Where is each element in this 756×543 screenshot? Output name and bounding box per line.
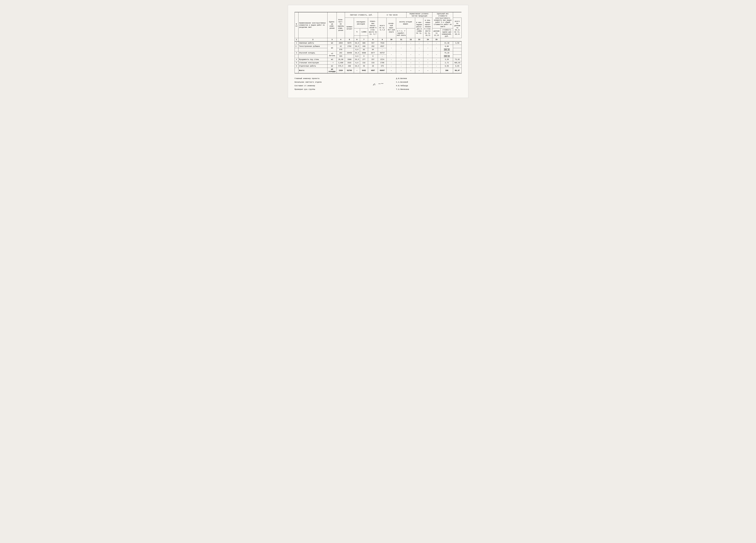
table-cell: Фундаменты под стены [298, 58, 327, 61]
table-cell: I33 [368, 61, 378, 65]
data-row-6: 6Отделочные работым2576,5298I6,54928375–… [295, 65, 461, 68]
coln-12: I2 [406, 38, 415, 42]
table-cell: Всего: [298, 68, 327, 73]
table-cell: 8,6 [354, 61, 360, 65]
table-cell: – [415, 68, 423, 73]
table-cell [345, 55, 354, 58]
table-cell: – [406, 65, 415, 68]
table-cell: – [432, 41, 441, 45]
table-cell: 557 [368, 41, 378, 45]
table-cell: – [415, 41, 423, 45]
table-cell: – [387, 65, 396, 68]
table-cell: 42 [337, 45, 345, 48]
hdr-num: №пп [295, 12, 298, 38]
table-cell: – [406, 51, 415, 58]
table-cell: – [354, 68, 360, 73]
table-cell: 75I8 [378, 41, 387, 45]
table-cell: х3бетона [327, 51, 337, 58]
table-cell: Стальные конструкции [298, 61, 327, 65]
name-1: Д.В.Беляев [396, 77, 462, 80]
table-cell: – [387, 41, 396, 45]
table-cell [295, 55, 298, 58]
table-cell: 75,28 [441, 51, 453, 55]
table-cell [453, 51, 461, 55]
table-cell: 6,86 [441, 45, 453, 48]
table-cell: Опускной колодец [298, 51, 327, 55]
table-cell [345, 48, 354, 51]
table-cell: 73,92 [453, 58, 461, 61]
table-cell: I320 [337, 68, 345, 73]
data-row-5: 5Стальные конструкции· т3,696I53I8,6I32I… [295, 61, 461, 65]
table-cell: 84 [368, 48, 378, 51]
coln-1: 1 [295, 38, 298, 42]
hdr-mach-wage [406, 28, 415, 38]
table-cell: – [387, 45, 396, 51]
table-cell: 252 [368, 45, 378, 48]
table-cell: Отделочные работы [298, 65, 327, 68]
page: №пп Наименование конструктивных элементо… [288, 5, 468, 98]
data-row-2: 2.Тихостроянная рубашкам3422702I6,544625… [295, 45, 461, 48]
table-cell: 3677 [368, 51, 378, 55]
col-numbers-row: 1 2 3 4 5 6 7 8 9 I0 I1 I2 I3 I4 I5 [295, 38, 461, 42]
table-cell: I53I [345, 61, 354, 65]
hdr-overhead: накладных расходов [354, 18, 368, 28]
table-cell: 2. [295, 45, 298, 48]
table-cell: 3,20 [441, 58, 453, 61]
table-cell: 5 [295, 61, 298, 65]
table-cell: 28 [368, 65, 378, 68]
table-cell: – [396, 68, 406, 73]
table-cell: 9 [360, 55, 368, 58]
hdr-smeta: Сметная стоимость, руб. [345, 12, 378, 18]
table-cell: м3колодца [327, 68, 337, 73]
hdr-norm-total: всего по данным гр 10,11 по го. 10,11 [453, 18, 461, 38]
table-cell: 970 [337, 48, 345, 51]
table-cell: I796 [378, 61, 387, 65]
sig-names: Д.В.Беляев С.А.Бозовой Н.В.Чебалда Т.О.М… [396, 77, 462, 91]
table-cell: – [423, 41, 432, 45]
table-cell: – [432, 65, 441, 68]
table-cell [298, 55, 327, 58]
coln-2: 2 [298, 38, 327, 42]
table-cell: 49 [360, 65, 368, 68]
table-cell: – [396, 45, 406, 51]
table-cell: – [432, 61, 441, 65]
table-cell: I6,5 [354, 65, 360, 68]
coln-10: I0 [387, 38, 396, 42]
table-cell: – [387, 58, 396, 61]
table-cell: – [423, 61, 432, 65]
table-cell: – [423, 68, 432, 73]
role-3: Составил ст.инженер [295, 84, 360, 87]
table-cell: – [406, 41, 415, 45]
table-cell: – [415, 65, 423, 68]
signature-block: Главный инженер проекта Начальник сметно… [295, 77, 462, 91]
role-1: Главный инженер проекта [295, 77, 360, 80]
table-cell: 26I [337, 51, 345, 55]
table-cell: – [423, 58, 432, 61]
table-cell: 0,65 [453, 65, 461, 68]
hdr-norm-plan: в пла-новых накоп-лениях % стои-мости по… [423, 18, 432, 38]
table-cell: I03 [337, 55, 345, 58]
header-row-1: №пп Наименование конструктивных элементо… [295, 12, 461, 18]
table-cell: м2 [327, 65, 337, 68]
table-cell [453, 55, 461, 58]
table-cell: – [387, 51, 396, 58]
table-cell: – [423, 65, 432, 68]
table-cell: 3 [295, 51, 298, 55]
table-cell [453, 48, 461, 51]
table-cell: Земляные работы [298, 41, 327, 45]
coln-11: I1 [396, 38, 406, 42]
table-cell: I90,64 [441, 55, 453, 58]
table-cell: – [406, 68, 415, 73]
table-cell: 375 [378, 65, 387, 68]
table-cell: 6 [295, 65, 298, 68]
table-cell: 298 [345, 65, 354, 68]
coln-9: 9 [378, 38, 387, 42]
table-cell [295, 68, 298, 73]
table-cell: 6509 [360, 51, 368, 55]
table-cell: – [387, 68, 396, 73]
table-cell: 50,07 [453, 68, 461, 73]
table-cell: – [396, 65, 406, 68]
hdr-direct: прямых затрат [345, 18, 354, 38]
table-cell: – [387, 61, 396, 65]
hdr-udel: Удельный вес стоимости конструктивного э… [432, 12, 453, 28]
